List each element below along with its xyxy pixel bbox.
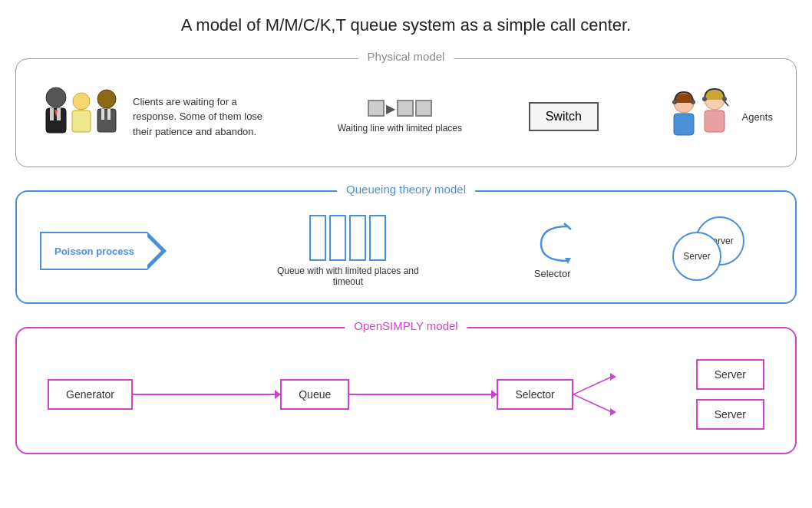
queueing-model-label: Queueing theory model (337, 183, 475, 196)
svg-marker-26 (610, 408, 616, 416)
queue-group: Queue with with limited places and timeo… (263, 215, 432, 287)
switch-box: Switch (529, 102, 599, 131)
physical-model-section: Physical model Clients ar (15, 58, 797, 167)
wl-square-1 (368, 100, 385, 117)
wl-square-3 (415, 100, 432, 117)
queue-label: Queue with with limited places and timeo… (263, 266, 432, 287)
queueing-model-section: Queueing theory model Poisson process Qu… (15, 190, 797, 304)
svg-marker-24 (610, 373, 616, 381)
page-title: A model of M/M/C/K,T queue system as a s… (15, 15, 797, 35)
svg-line-23 (573, 377, 612, 394)
selector-group: Selector (530, 223, 576, 279)
selector-label: Selector (534, 268, 571, 279)
selector-curve-icon (530, 223, 576, 265)
waiting-line-visual: ▶ (368, 100, 432, 117)
svg-point-0 (46, 87, 66, 107)
svg-point-13 (691, 100, 695, 104)
opensimply-model-section: OpenSIMPLY model Generator Queue Selecto… (15, 327, 797, 454)
selector-box: Selector (497, 379, 573, 410)
svg-rect-8 (97, 109, 116, 132)
queue-bar-4 (369, 215, 386, 261)
servers-group: Server Server (696, 359, 764, 430)
svg-point-16 (702, 97, 707, 101)
svg-point-7 (97, 90, 116, 108)
poisson-process-group: Poisson process (40, 232, 167, 270)
server-box-1: Server (696, 359, 764, 390)
wl-arrow: ▶ (386, 101, 395, 116)
server-circle-2: Server (672, 232, 721, 281)
clients-description: Clients are waiting for a response. Some… (133, 94, 271, 140)
wl-square-2 (397, 100, 414, 117)
svg-rect-9 (101, 109, 104, 120)
queue-bar-1 (309, 215, 326, 261)
svg-rect-6 (72, 111, 91, 132)
agents-icon (665, 86, 734, 147)
svg-rect-2 (50, 108, 54, 120)
poisson-arrowhead (147, 232, 167, 270)
agents-label: Agents (741, 111, 772, 123)
server-box-2: Server (696, 399, 764, 430)
queue-to-selector-arrow (349, 394, 497, 395)
gen-to-queue-arrow (133, 394, 280, 395)
svg-rect-10 (107, 109, 111, 120)
clients-icon (39, 82, 124, 151)
server-circles-group: Server Server (672, 216, 772, 285)
svg-rect-19 (705, 111, 725, 132)
svg-rect-14 (674, 114, 694, 135)
poisson-label: Poisson process (40, 232, 147, 270)
generator-box: Generator (48, 379, 133, 410)
opensimply-model-label: OpenSIMPLY model (345, 319, 467, 332)
queue-bars (309, 215, 386, 261)
agents-group: Agents (665, 86, 772, 147)
queue-box: Queue (280, 379, 349, 410)
physical-model-label: Physical model (358, 50, 454, 63)
queue-bar-3 (349, 215, 366, 261)
poisson-arrow-shape: Poisson process (40, 232, 167, 270)
svg-point-12 (672, 100, 677, 104)
waiting-line-label: Waiting line with limited places (338, 123, 462, 134)
queue-bar-2 (329, 215, 346, 261)
waiting-line-group: ▶ Waiting line with limited places (338, 100, 462, 134)
svg-line-25 (573, 394, 612, 412)
svg-line-18 (725, 101, 728, 106)
svg-point-5 (73, 93, 90, 110)
clients-group: Clients are waiting for a response. Some… (39, 82, 271, 151)
svg-point-17 (722, 97, 727, 101)
selector-to-servers-connector (573, 360, 696, 429)
